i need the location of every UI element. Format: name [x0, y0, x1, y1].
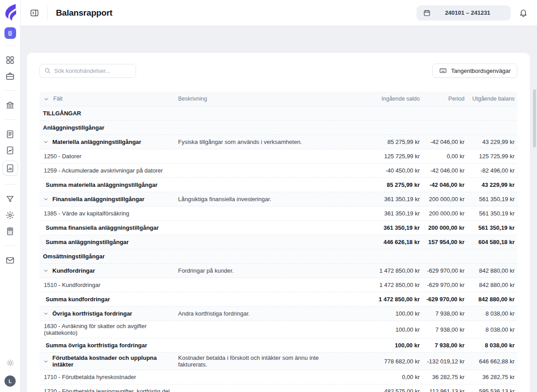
row-opening-balance: 482 575,00 kr — [354, 386, 420, 392]
column-header-beskrivning: Beskrivning — [178, 96, 354, 102]
row-opening-balance: 1 472 850,00 kr — [354, 294, 420, 304]
row-closing-balance: 561 350,19 kr — [465, 223, 517, 233]
row-period-amount: -132 019,12 kr — [420, 356, 465, 367]
row-closing-balance: 8 038,00 kr — [465, 340, 517, 350]
row-closing-balance: 842 880,00 kr — [465, 280, 517, 290]
row-opening-balance: 361 350,19 kr — [354, 194, 420, 204]
row-opening-balance: 778 682,00 kr — [354, 356, 420, 367]
table-row: 1259 - Ackumulerade avskrivningar på dat… — [39, 164, 517, 178]
settings-icon[interactable] — [5, 210, 15, 220]
table-row: 1630 - Avräkning för skatter och avgifte… — [39, 321, 517, 338]
mail-icon[interactable] — [5, 255, 15, 265]
sidebar-divider — [4, 245, 16, 246]
chevron-down-icon[interactable] — [43, 358, 49, 364]
row-period-amount — [420, 126, 465, 130]
row-description — [178, 344, 354, 347]
row-name: Summa anläggningstillgångar — [39, 237, 178, 247]
table-row: TILLGÅNGAR — [39, 106, 517, 121]
table-row: Anläggningstillgångar — [39, 121, 517, 135]
scrollbar-track — [533, 27, 536, 392]
table-body: TILLGÅNGARAnläggningstillgångarMateriell… — [39, 106, 517, 392]
row-name: Finansiella anläggningstillgångar — [39, 194, 178, 204]
briefcase-icon[interactable] — [5, 71, 15, 81]
chevron-down-icon[interactable] — [43, 268, 49, 274]
table-row[interactable]: Övriga kortfristiga fordringarAndra kort… — [39, 307, 517, 321]
table-row: Summa kundfordringar1 472 850,00 kr-629 … — [39, 292, 517, 307]
report-toolbar: Tangentbordsgenvägar — [39, 63, 517, 78]
balance-table: Fält Beskrivning Ingående saldo Period U… — [39, 92, 517, 392]
column-header-falt[interactable]: Fält — [39, 96, 178, 102]
row-description — [178, 375, 354, 379]
row-opening-balance: 1 472 850,00 kr — [354, 280, 420, 290]
collapse-sidebar-icon[interactable] — [30, 8, 39, 18]
date-range-button[interactable]: 240101 – 241231 — [417, 5, 511, 21]
table-row[interactable]: Finansiella anläggningstillgångarLångsik… — [39, 192, 517, 207]
row-description: Fysiska tillgångar som används i verksam… — [178, 137, 354, 147]
workspace-avatar[interactable] — [4, 27, 16, 39]
document-trend-icon[interactable] — [5, 145, 15, 155]
document-icon[interactable] — [5, 129, 15, 139]
row-period-amount: -629 970,00 kr — [420, 294, 465, 304]
keyboard-shortcuts-label: Tangentbordsgenvägar — [451, 67, 511, 74]
table-row: Summa finansiella anläggningstillgångar3… — [39, 221, 517, 235]
row-description — [178, 169, 354, 173]
notifications-bell-icon[interactable] — [519, 8, 528, 17]
row-closing-balance: 43 229,99 kr — [465, 137, 517, 147]
calculator-icon[interactable] — [5, 226, 15, 236]
app-logo — [4, 4, 17, 21]
row-description — [178, 390, 354, 392]
column-header-utgaende-balans: Utgående balans — [465, 96, 517, 102]
bank-icon[interactable] — [5, 100, 15, 110]
scrollbar-thumb[interactable] — [533, 89, 536, 148]
table-row[interactable]: Förutbetalda kostnader och upplupna intä… — [39, 353, 517, 370]
table-row[interactable]: KundfordringarFordringar på kunder.1 472… — [39, 264, 517, 278]
row-description — [178, 183, 354, 187]
row-description: Andra kortfristiga fordringar. — [178, 308, 354, 319]
page-title: Balansrapport — [56, 8, 112, 18]
topbar: Balansrapport 240101 – 241231 — [21, 0, 537, 26]
row-closing-balance: 8 038,00 kr — [465, 308, 517, 319]
row-closing-balance: 646 662,88 kr — [465, 356, 517, 367]
table-header: Fält Beskrivning Ingående saldo Period U… — [39, 92, 517, 106]
row-name: 1710 - Förutbetalda hyreskostnader — [39, 372, 178, 382]
row-name: Anläggningstillgångar — [39, 122, 178, 133]
row-period-amount: 200 000,00 kr — [420, 223, 465, 233]
row-opening-balance: 100,00 kr — [354, 325, 420, 335]
row-opening-balance: 85 275,99 kr — [354, 180, 420, 190]
row-period-amount: 0,00 kr — [420, 151, 465, 161]
chevron-down-icon[interactable] — [43, 196, 49, 202]
row-description — [178, 226, 354, 230]
chevron-down-icon[interactable] — [43, 139, 49, 145]
theme-sun-icon[interactable] — [5, 358, 15, 368]
row-name: Summa finansiella anläggningstillgångar — [39, 223, 178, 233]
report-chart-icon[interactable] — [3, 160, 18, 176]
table-row: Summa anläggningstillgångar446 626,18 kr… — [39, 235, 517, 249]
row-closing-balance: 125 725,99 kr — [465, 151, 517, 161]
row-closing-balance: 604 580,18 kr — [465, 237, 517, 247]
row-period-amount: -42 046,00 kr — [420, 165, 465, 176]
row-closing-balance: 842 880,00 kr — [465, 266, 517, 276]
row-period-amount: -42 046,00 kr — [420, 180, 465, 190]
row-opening-balance — [354, 255, 420, 258]
row-period-amount — [420, 112, 465, 115]
row-period-amount: 36 282,75 kr — [420, 372, 465, 382]
row-closing-balance: 36 282,75 kr — [465, 372, 517, 382]
row-description: Kostnader betalda i förskott och intäkte… — [178, 353, 354, 370]
keyboard-shortcuts-button[interactable]: Tangentbordsgenvägar — [432, 63, 517, 78]
row-period-amount: 200 000,00 kr — [420, 208, 465, 219]
row-period-amount: 157 954,00 kr — [420, 237, 465, 247]
table-row[interactable]: Materiella anläggningstillgångarFysiska … — [39, 135, 517, 149]
user-avatar[interactable]: L — [4, 375, 16, 387]
row-name: Kundfordringar — [39, 266, 178, 276]
filter-icon[interactable] — [5, 194, 15, 204]
table-row: 1710 - Förutbetalda hyreskostnader0,00 k… — [39, 370, 517, 384]
row-closing-balance — [465, 126, 517, 130]
chevron-down-icon[interactable] — [43, 311, 49, 316]
row-description — [178, 240, 354, 244]
search-icon — [44, 67, 51, 75]
row-description — [178, 298, 354, 301]
apps-grid-icon[interactable] — [5, 55, 15, 65]
search-wrap — [39, 64, 136, 78]
row-period-amount: 200 000,00 kr — [420, 194, 465, 204]
search-input[interactable] — [39, 64, 136, 78]
